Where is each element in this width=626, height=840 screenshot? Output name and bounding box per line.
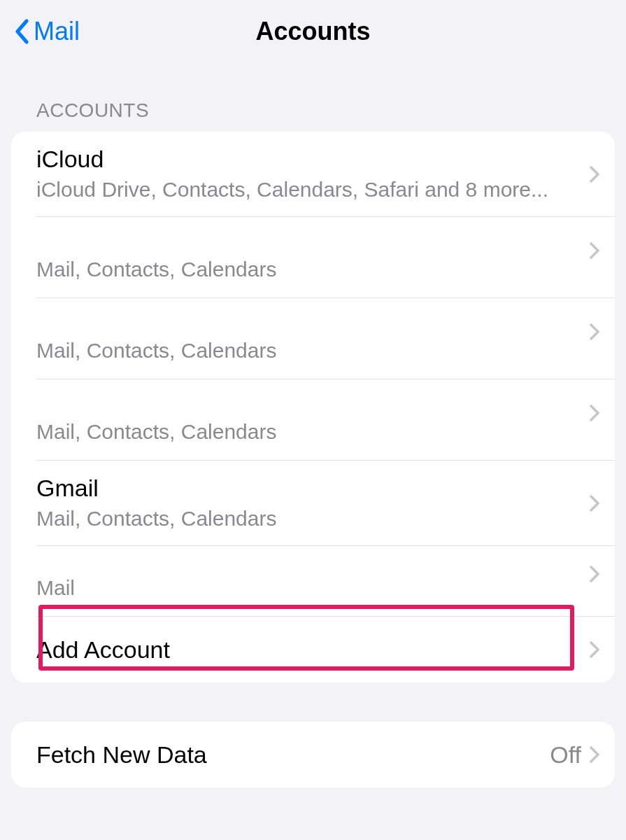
add-account-row[interactable]: Add Account [11,617,615,682]
chevron-left-icon [14,19,29,44]
account-row[interactable]: Mail [11,546,615,616]
accounts-group: iCloud iCloud Drive, Contacts, Calendars… [11,132,615,682]
account-subtitle: Mail, Contacts, Calendars [36,255,590,284]
fetch-group: Fetch New Data Off [11,722,615,788]
chevron-right-icon [590,166,599,183]
chevron-right-icon [590,495,599,512]
back-label: Mail [34,17,80,46]
account-row-gmail[interactable]: Gmail Mail, Contacts, Calendars [11,461,615,545]
chevron-right-icon [590,746,599,763]
account-row[interactable]: Mail, Contacts, Calendars [11,217,615,298]
account-title: Gmail [36,473,590,503]
fetch-value: Off [550,741,581,769]
account-subtitle: Mail, Contacts, Calendars [36,418,590,447]
fetch-new-data-row[interactable]: Fetch New Data Off [11,722,615,788]
back-button[interactable]: Mail [14,17,80,46]
account-row[interactable]: Mail, Contacts, Calendars [11,379,615,460]
account-title: iCloud [36,144,590,174]
chevron-right-icon [590,405,599,421]
account-row[interactable]: Mail, Contacts, Calendars [11,298,615,379]
add-account-label: Add Account [36,635,590,665]
accounts-section-header: ACCOUNTS [36,99,626,122]
account-subtitle: Mail, Contacts, Calendars [36,505,590,533]
account-subtitle: Mail, Contacts, Calendars [36,337,590,365]
chevron-right-icon [590,242,599,259]
chevron-right-icon [590,641,599,658]
account-row-icloud[interactable]: iCloud iCloud Drive, Contacts, Calendars… [11,132,615,216]
chevron-right-icon [590,323,599,340]
account-subtitle: iCloud Drive, Contacts, Calendars, Safar… [36,176,590,204]
chevron-right-icon [590,566,599,582]
account-subtitle: Mail [36,574,590,603]
page-title: Accounts [255,17,370,46]
fetch-label: Fetch New Data [36,740,550,770]
